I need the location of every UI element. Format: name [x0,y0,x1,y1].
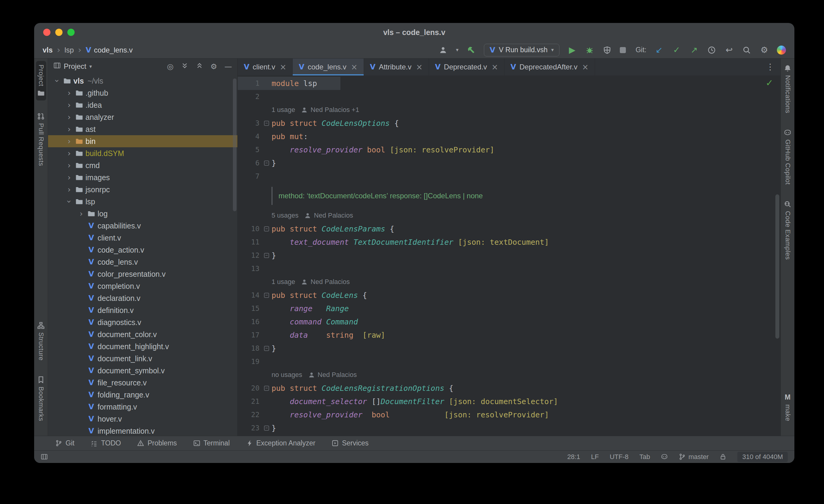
stripe-button-make[interactable]: Mmake [783,390,793,425]
tree-item-completion-v[interactable]: Vcompletion.v [48,280,237,292]
stop-button[interactable] [620,47,626,53]
tree-item-formatting-v[interactable]: Vformatting.v [48,401,237,413]
stripe-button-notifications[interactable]: Notifications [783,61,793,117]
editor-scrollbar[interactable] [776,195,779,339]
tree-item-color-presentation-v[interactable]: Vcolor_presentation.v [48,268,237,280]
code-line-18[interactable]: 18} [238,342,781,355]
git-branch-widget[interactable]: master [679,453,709,461]
line-number[interactable]: 17 [238,331,261,339]
chevron-down-icon[interactable]: ▾ [456,47,458,52]
chevron-right-icon[interactable]: › [77,209,86,218]
usages-hint[interactable]: 5 usages [272,212,298,219]
code-vision-inlay[interactable]: 5 usagesNed Palacios [238,209,781,222]
code-line-11[interactable]: 11 text_document TextDocumentIdentifier … [238,235,781,249]
vcs-push-button[interactable]: ↗ [689,45,699,55]
settings-button[interactable]: ⚙ [759,45,769,55]
line-number[interactable]: 21 [238,397,261,405]
tree-item-build-dsym[interactable]: ›build.dSYM [48,147,237,159]
breadcrumb-file[interactable]: V code_lens.v [86,46,133,54]
build-hammer-icon[interactable] [467,45,476,55]
code-line-23[interactable]: 23} [238,421,781,434]
stripe-button-pull-requests[interactable]: Pull Requests [36,109,46,169]
hide-panel-icon[interactable]: — [224,63,232,70]
fold-marker-icon[interactable] [261,253,272,258]
code-vision-inlay[interactable]: no usagesNed Palacios [238,368,781,381]
line-number[interactable]: 13 [238,265,261,272]
line-number[interactable]: 22 [238,411,261,418]
stripe-button-bookmarks[interactable]: Bookmarks [36,372,46,425]
toolwindow-button-problems[interactable]: Problems [137,439,177,447]
project-scrollbar[interactable] [233,79,236,211]
chevron-right-icon[interactable]: › [64,161,74,170]
line-number[interactable]: 19 [238,358,261,366]
code-line-4[interactable]: 4pub mut: [238,130,781,143]
code-line-3[interactable]: 3pub struct CodeLensOptions { [238,117,781,130]
tree-item-lsp[interactable]: ›lsp [48,196,237,208]
rollback-button[interactable]: ↩ [724,45,734,55]
code-line-13[interactable]: 13 [238,262,781,275]
close-window-button[interactable] [43,29,50,36]
tree-item-document-link-v[interactable]: Vdocument_link.v [48,353,237,365]
editor[interactable]: 1module lsp21 usageNed Palacios +13pub s… [238,76,781,436]
code-line-7[interactable]: 7 [238,169,781,183]
line-number[interactable]: 14 [238,291,261,299]
editor-tab-code-lens-v[interactable]: Vcode_lens.v× [293,58,364,76]
expand-all-icon[interactable] [181,62,189,71]
breadcrumb-project[interactable]: vls [42,46,53,54]
chevron-right-icon[interactable]: › [64,185,74,194]
chevron-right-icon[interactable]: › [64,125,74,134]
code-line-16[interactable]: 16 command Command [238,315,781,328]
tree-item-folding-range-v[interactable]: Vfolding_range.v [48,389,237,401]
code-line-1[interactable]: 1module lsp [238,77,781,90]
fold-marker-icon[interactable] [261,346,272,351]
tab-close-icon[interactable]: × [351,62,357,72]
usages-hint[interactable]: 1 usage [272,278,295,286]
inspections-ok-icon[interactable]: ✓ [766,79,773,88]
code-line-5[interactable]: 5 resolve_provider bool [json: resolvePr… [238,143,781,156]
editor-tab-attribute-v[interactable]: VAttribute.v× [364,58,429,76]
author-hint[interactable]: Ned Palacios [314,212,353,219]
code-line-19[interactable]: 19 [238,355,781,368]
fold-marker-icon[interactable] [261,160,272,166]
tab-close-icon[interactable]: × [416,62,423,72]
toolwindow-button-exception-analyzer[interactable]: Exception Analyzer [246,439,316,447]
code-line-15[interactable]: 15 range Range [238,302,781,315]
line-number[interactable]: 15 [238,304,261,312]
tree-item-code-action-v[interactable]: Vcode_action.v [48,244,237,256]
stripe-button-project[interactable]: Project [36,61,46,101]
tree-item-images[interactable]: ›images [48,171,237,183]
fold-marker-icon[interactable] [261,386,272,391]
chevron-down-icon[interactable]: › [65,197,74,207]
search-everywhere-button[interactable] [742,45,751,55]
tab-list-more-icon[interactable]: ⋮ [760,58,781,76]
window-layout-icon[interactable] [41,453,48,460]
chevron-right-icon[interactable]: › [64,101,74,110]
line-number[interactable]: 16 [238,318,261,326]
stripe-button-github-copilot[interactable]: GitHub Copilot [783,125,793,188]
copilot-status-icon[interactable] [661,453,668,460]
fold-marker-icon[interactable] [261,425,272,431]
tree-item-implementation-v[interactable]: Vimplementation.v [48,425,237,436]
tree-item-jsonrpc[interactable]: ›jsonrpc [48,183,237,196]
editor-tab-deprecated-v[interactable]: VDeprecated.v× [429,58,504,76]
panel-settings-icon[interactable]: ⚙ [211,63,217,70]
fold-marker-icon[interactable] [261,226,272,232]
tree-item-definition-v[interactable]: Vdefinition.v [48,304,237,316]
tree-item-log[interactable]: ›log [48,208,237,220]
chevron-right-icon[interactable]: › [64,113,74,122]
tree-item-document-symbol-v[interactable]: Vdocument_symbol.v [48,365,237,377]
indent-style[interactable]: Tab [639,453,650,461]
tree-item-document-highlight-v[interactable]: Vdocument_highlight.v [48,341,237,353]
tree-item-github[interactable]: ›.github [48,87,237,99]
chevron-right-icon[interactable]: › [64,173,74,182]
run-button[interactable]: ▶ [567,45,577,55]
lock-icon[interactable] [719,453,726,460]
code-line-24[interactable]: 24 [238,434,781,436]
code-line-12[interactable]: 12} [238,249,781,262]
toolwindow-button-todo[interactable]: TODO [91,439,121,447]
code-line-17[interactable]: 17 data string [raw] [238,328,781,342]
profile-avatar[interactable] [777,45,786,54]
tab-close-icon[interactable]: × [582,62,589,72]
code-line-6[interactable]: 6} [238,156,781,169]
tree-item-code-lens-v[interactable]: Vcode_lens.v [48,256,237,268]
